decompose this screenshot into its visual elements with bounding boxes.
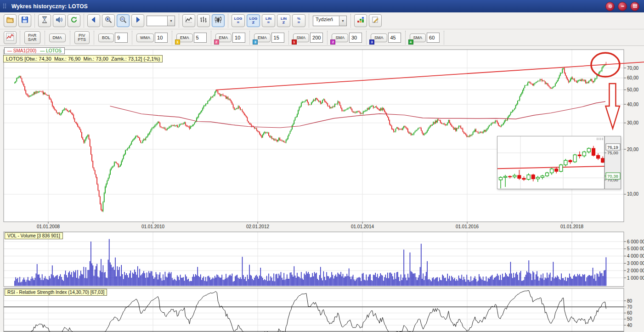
main-toolbar: ▼LOG=LOG≠LIN=LIN≠%=Tydzień▼ [0,12,644,29]
time-tick-label: 01.01.2018 [560,224,583,229]
candle-chart-mode-button[interactable] [212,14,225,27]
sma-4-period-input[interactable]: 60 [427,33,440,43]
settings-button[interactable] [605,2,615,11]
zoom-range-select[interactable]: ▼ [147,16,175,26]
time-tick-label: 02.01.2012 [246,224,269,229]
stats-blocks-icon [356,16,365,26]
pan-right-button[interactable] [131,14,144,27]
save-button[interactable] [18,14,31,27]
window-controls [605,2,639,11]
inset-candle-body [559,165,563,171]
inset-resize-handle [600,139,601,140]
scale-lin-neq-button[interactable]: LIN≠ [277,14,290,27]
wma-button[interactable]: WMA [136,34,154,42]
toolbar-separator [309,14,309,28]
inset-high-label: 76,19 [607,145,618,150]
minimize-button[interactable] [618,2,627,11]
edit-drawings-button[interactable] [369,14,382,27]
sma-4-indicator: SMA604 [410,33,440,43]
refresh-icon [70,16,78,26]
inset-candle-body [582,152,586,156]
chart-line-icon [185,16,193,26]
scale-lin-eq-button[interactable]: LIN= [262,14,275,27]
scale-log-eq-button[interactable]: LOG= [232,14,245,27]
inset-resize-handle [599,139,599,140]
statistics-button[interactable] [354,14,367,27]
volume-panel-label: VOL - Volume [3 836 901] [5,232,63,239]
volume-tick-label: 1 000 000 [627,276,644,281]
ema-1-period-input[interactable]: 5 [194,33,207,43]
inset-candle-body [546,173,549,176]
alerts-button[interactable] [53,14,66,27]
sma-2-period-input[interactable]: 30 [349,33,362,43]
volume-tick-label: 4 000 000 [627,253,644,259]
sma-legend-dash: — [7,48,12,53]
wma-indicator: WMA10 [136,33,168,43]
inset-candle-body [531,175,535,179]
scale-percent-button[interactable]: %= [292,14,305,27]
inset-resize-handle [602,139,603,140]
zoom-inset-window[interactable]: 75,0070,0076,1970,38 [497,136,621,189]
save-icon [21,16,29,26]
window-drag-handle[interactable] [2,3,7,10]
bol-period-input[interactable]: 9 [115,33,128,43]
sma-2-color-badge: 2 [330,39,335,45]
wma-period-input[interactable]: 10 [155,33,168,43]
folder-open-icon [6,16,14,26]
zoom-out-button[interactable] [117,14,130,27]
inset-candle-body [555,169,558,171]
sma-3-indicator: SMA453 [371,33,401,43]
toolbar-separator [228,14,228,28]
inset-candle-body [541,176,544,177]
sma-3-period-input[interactable]: 45 [388,33,401,43]
line-chart-mode-button[interactable] [182,14,195,27]
bol-button[interactable]: BOL [98,34,114,42]
time-tick-label: 01.01.2016 [456,224,479,229]
scale-log-neq-button[interactable]: LOG≠ [247,14,260,27]
chart-candles-icon [214,16,222,26]
ema-2-color-badge: 2 [214,39,219,45]
history-button[interactable] [38,14,51,27]
indicator-separator [45,31,45,45]
restore-button[interactable] [630,2,639,11]
rsi-tick-label: 50 [627,316,633,321]
chart-legend: — SMA1(200) — LOTOS [4,47,65,54]
indicator-separator [249,31,250,45]
price-tick-label: 20,00 [627,147,638,152]
ema-3-color-badge: 3 [253,39,258,45]
par-sar-button[interactable]: PARSAR [24,31,40,44]
ema-2-indicator: EMA102 [215,33,246,43]
pan-left-button[interactable] [87,14,100,27]
indicator-chart-button[interactable] [4,31,17,44]
symbol-legend-dash: — [40,48,45,53]
inset-resize-handle [602,138,603,139]
indicator-separator [444,31,444,45]
zoom-in-button[interactable] [102,14,115,27]
zoom-in-icon [104,16,113,26]
interval-select[interactable]: Tydzień▼ [313,16,347,26]
rsi-tick-label: 60 [627,310,633,315]
chart-bars-icon [199,16,208,26]
zoom-out-icon [119,16,127,26]
ema-1-color-badge: 1 [175,39,180,45]
open-button[interactable] [4,14,17,27]
ema-3-period-input[interactable]: 15 [271,33,284,43]
inset-candle-body [518,175,521,179]
piv-pts-button[interactable]: PIVPTS [74,31,90,44]
toolbar-separator [179,14,179,28]
inset-candle-body [569,160,572,162]
toolbar-separator [350,14,351,28]
inset-candle-body [587,148,590,152]
sma-3-color-badge: 3 [369,39,374,45]
bar-chart-mode-button[interactable] [197,14,210,27]
rsi-tick-label: 80 [627,298,633,304]
refresh-button[interactable] [68,14,80,27]
ema-2-period-input[interactable]: 10 [232,33,245,43]
symbol-legend-label: LOTOS [46,48,62,53]
dma-button[interactable]: DMA [49,34,66,42]
rsi-tick-label: 70 [627,304,633,309]
indicator-toolbar: PARSARDMAPIVPTSBOL9WMA10EMA51EMA102EMA15… [0,30,644,46]
inset-candle-body [508,176,512,177]
indicator-separator [94,31,94,45]
sma-1-period-input[interactable]: 200 [310,33,323,43]
